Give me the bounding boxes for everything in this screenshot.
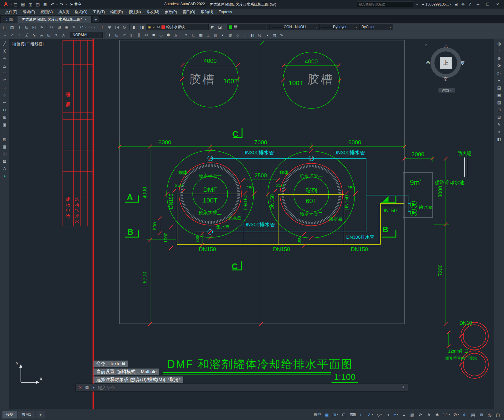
tab-start[interactable]: 开始: [1, 16, 17, 23]
erase-tool-icon[interactable]: ✖: [150, 32, 157, 38]
xline-tool-icon[interactable]: ╳: [1, 47, 8, 55]
tb-redo-caret-icon[interactable]: ▾: [94, 26, 95, 28]
dim-label[interactable]: 250: [276, 183, 284, 188]
camera-icon[interactable]: ◎: [256, 32, 263, 38]
command-input[interactable]: [98, 385, 399, 390]
glue-tank-right[interactable]: 4000 100T 胶槽: [281, 52, 341, 108]
viewcube-south[interactable]: 南: [444, 76, 448, 82]
discipline-char[interactable]: 构: [75, 202, 79, 207]
command-history-caret-icon[interactable]: ˄: [400, 385, 406, 390]
glue-tank-left[interactable]: 4000 胶槽 100T: [180, 51, 240, 107]
dike-label[interactable]: 防火堤: [458, 151, 472, 156]
glue-tank-label[interactable]: 胶槽: [189, 73, 216, 86]
move-tool-icon[interactable]: ✛: [106, 32, 113, 38]
redo-button[interactable]: ↷: [58, 1, 65, 8]
blocks-panel-icon[interactable]: ▣: [495, 92, 503, 99]
tank-shell-label[interactable]: 罐体: [279, 170, 289, 175]
rotate-tool-icon[interactable]: ⟳: [121, 32, 128, 38]
orbit-icon[interactable]: ⟳: [495, 62, 503, 69]
menu-draw[interactable]: 绘图(D): [108, 9, 126, 15]
new-layout-tab[interactable]: +: [36, 411, 45, 418]
tb-new-icon[interactable]: ▢: [1, 24, 8, 30]
mleader-icon[interactable]: ↘: [31, 32, 38, 38]
dim-label[interactable]: 300: [195, 236, 200, 243]
model-space-toggle[interactable]: 模型: [312, 411, 322, 418]
dim-label[interactable]: 250: [246, 185, 254, 190]
dim-label[interactable]: 300: [297, 236, 301, 243]
render-icon[interactable]: ◐: [219, 32, 226, 38]
shadows-icon[interactable]: ◑: [263, 32, 271, 38]
create-block-icon[interactable]: ▣: [1, 121, 8, 128]
center-dimension[interactable]: 2500: [241, 172, 280, 182]
discipline-table[interactable]: 暖 通 建 结 电 给 筑 构 气 排 水: [63, 39, 93, 409]
tank-capacity[interactable]: 60T: [306, 197, 317, 204]
menu-parametric[interactable]: 参数(P): [162, 9, 180, 15]
text-style-caret-icon[interactable]: ▾: [97, 34, 100, 36]
table-style-icon[interactable]: ⊞: [45, 32, 52, 38]
glue-tank-capacity[interactable]: 100T: [289, 79, 303, 86]
drawing-canvas[interactable]: [-][俯视][二维线框] ⌂ 北 南 西 东 上 WCS ▾: [9, 39, 494, 409]
dim-label[interactable]: 2000: [411, 151, 424, 157]
dim-label[interactable]: 250: [347, 185, 355, 190]
snap-mode-icon[interactable]: ⊞▾: [331, 411, 339, 418]
plot-icon[interactable]: ⊟: [42, 1, 48, 8]
insert-block-icon[interactable]: ⊞: [1, 114, 8, 121]
dim-label[interactable]: 3000: [438, 186, 443, 198]
tab-close-icon[interactable]: ×: [85, 17, 87, 22]
undo-caret-icon[interactable]: ▾: [56, 3, 58, 6]
layer-dropdown-caret-icon[interactable]: ▾: [203, 26, 207, 28]
gradient-tool-icon[interactable]: ▩: [1, 143, 8, 150]
discipline-char[interactable]: 电: [66, 208, 70, 213]
tank-shell-label[interactable]: 罐体: [178, 170, 188, 175]
dn300-label[interactable]: DN300排水管: [242, 150, 274, 156]
discipline-char[interactable]: 气: [75, 208, 79, 213]
command-customize-icon[interactable]: ▦: [84, 385, 90, 390]
menu-help[interactable]: 帮助(H): [198, 9, 216, 15]
glue-tank-capacity[interactable]: 100T: [223, 78, 238, 85]
tb-plot-icon[interactable]: ⊟: [23, 24, 30, 30]
hatch-panel-icon[interactable]: ▨: [495, 99, 503, 106]
layer-control-dropdown[interactable]: ◉ ☼ ⊠ 给排水管线 ▾: [146, 24, 209, 30]
color-control-dropdown[interactable]: 绿 ▾: [227, 24, 270, 30]
dn10-label[interactable]: DN10: [460, 320, 472, 326]
layout1-tab[interactable]: 布局1: [18, 411, 35, 418]
dn150-label[interactable]: DN150: [344, 195, 349, 210]
share-button[interactable]: ➤ 共享: [67, 1, 84, 8]
polar-tracking-icon[interactable]: ∠▾: [366, 411, 374, 418]
viewcube-west[interactable]: 西: [426, 60, 430, 66]
layer-properties-icon[interactable]: ◧: [131, 24, 138, 30]
menu-edit[interactable]: 编辑(E): [20, 9, 38, 15]
dn150-label[interactable]: DN150: [270, 194, 275, 210]
viewport-controls[interactable]: [-][俯视][二维线框]: [12, 41, 44, 47]
pump-name-label[interactable]: 给水泵: [419, 204, 433, 210]
menu-view[interactable]: 视图(V): [38, 9, 55, 15]
layer-lock-icon[interactable]: ⊠: [157, 25, 160, 29]
tab-drawing[interactable]: 丙类液体储罐防火冷却水系统施工图* ×: [17, 16, 91, 23]
section-plane-icon[interactable]: ◧: [249, 32, 256, 38]
tank-capacity[interactable]: 100T: [203, 197, 218, 204]
lights-icon[interactable]: ☼: [234, 32, 241, 38]
copy-tool-icon[interactable]: ⊞: [113, 32, 120, 38]
dynamic-input-icon[interactable]: ⌨: [348, 411, 357, 418]
menu-express[interactable]: Express: [216, 9, 235, 15]
search-icon[interactable]: ⌕: [414, 1, 420, 7]
dim-label[interactable]: 7000: [254, 139, 267, 146]
dim-label[interactable]: 7200: [438, 264, 443, 276]
sheetset-panel-icon[interactable]: ⊟: [495, 114, 503, 121]
dike-boundary[interactable]: [119, 40, 404, 324]
dim-aligned-icon[interactable]: ↗: [9, 32, 16, 38]
menu-window[interactable]: 窗口(O): [180, 9, 198, 15]
arc-tool-icon[interactable]: ◠: [1, 77, 8, 84]
color-dropdown-caret-icon[interactable]: ▾: [264, 26, 267, 28]
discipline-char[interactable]: 水: [75, 219, 79, 224]
workspace-gear-icon[interactable]: ⚙▾: [452, 411, 460, 418]
fire-dike[interactable]: 防火堤: [458, 151, 472, 177]
offset-tool-icon[interactable]: ∥: [135, 32, 142, 38]
transparency-icon[interactable]: ▨: [409, 411, 416, 418]
clean-screen-icon[interactable]: ▢: [494, 411, 502, 418]
measure-panel-icon[interactable]: ⌖: [495, 128, 503, 135]
help-icon[interactable]: ?: [467, 1, 473, 7]
dn150-label[interactable]: DN150: [351, 246, 368, 252]
tb-preview-icon[interactable]: ◱: [31, 24, 38, 30]
tb-zoom-window-icon[interactable]: ◲: [113, 24, 120, 30]
